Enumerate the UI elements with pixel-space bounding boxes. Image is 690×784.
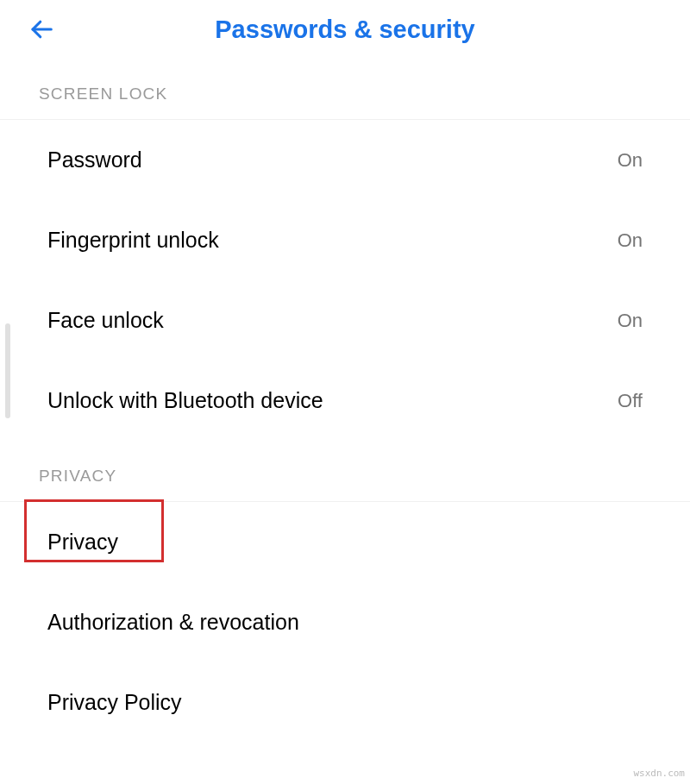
setting-row-unlock-bluetooth[interactable]: Unlock with Bluetooth device Off bbox=[0, 361, 690, 441]
setting-label: Unlock with Bluetooth device bbox=[47, 388, 323, 413]
setting-status: On bbox=[618, 229, 643, 252]
setting-label: Fingerprint unlock bbox=[47, 228, 219, 253]
section-header-privacy: PRIVACY bbox=[0, 441, 690, 502]
setting-row-password[interactable]: Password On bbox=[0, 120, 690, 200]
section-header-screen-lock: SCREEN LOCK bbox=[0, 59, 690, 120]
setting-row-privacy-policy[interactable]: Privacy Policy bbox=[0, 662, 690, 743]
setting-label: Password bbox=[47, 147, 142, 172]
scroll-indicator bbox=[5, 323, 10, 418]
setting-row-fingerprint-unlock[interactable]: Fingerprint unlock On bbox=[0, 200, 690, 280]
setting-row-privacy[interactable]: Privacy bbox=[0, 502, 690, 582]
setting-status: Off bbox=[618, 390, 643, 412]
setting-status: On bbox=[618, 149, 643, 172]
setting-label: Privacy Policy bbox=[47, 690, 182, 715]
setting-row-face-unlock[interactable]: Face unlock On bbox=[0, 280, 690, 361]
page-title: Passwords & security bbox=[26, 16, 664, 44]
watermark-text: wsxdn.com bbox=[633, 768, 685, 779]
setting-label: Privacy bbox=[47, 530, 118, 555]
setting-row-authorization-revocation[interactable]: Authorization & revocation bbox=[0, 582, 690, 662]
setting-status: On bbox=[618, 310, 643, 332]
settings-content: SCREEN LOCK Password On Fingerprint unlo… bbox=[0, 59, 690, 743]
header-bar: Passwords & security bbox=[0, 0, 690, 59]
setting-label: Face unlock bbox=[47, 308, 164, 333]
setting-label: Authorization & revocation bbox=[47, 610, 299, 635]
